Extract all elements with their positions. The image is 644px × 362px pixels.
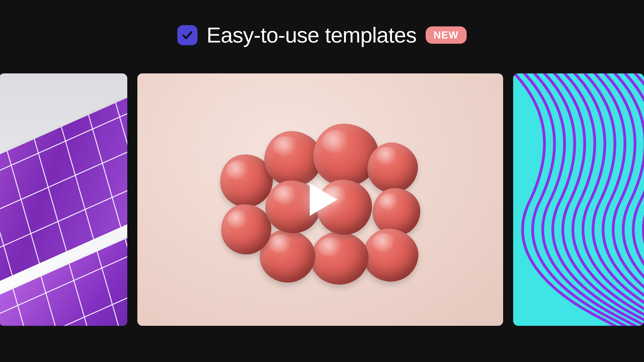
thumbnail-art bbox=[0, 73, 127, 326]
stage: Easy-to-use templates NEW bbox=[0, 0, 644, 362]
template-card-purple-tiles[interactable] bbox=[0, 73, 127, 326]
template-card-cyan-waves[interactable] bbox=[513, 73, 644, 326]
play-button[interactable] bbox=[293, 172, 348, 227]
play-icon bbox=[296, 176, 344, 223]
thumbnail-art bbox=[137, 73, 503, 326]
page-title: Easy-to-use templates bbox=[207, 23, 417, 48]
template-card-blob-play[interactable] bbox=[137, 73, 503, 326]
new-badge: NEW bbox=[426, 26, 467, 44]
template-carousel[interactable] bbox=[0, 73, 644, 326]
checkmark-icon bbox=[177, 25, 197, 45]
svg-marker-0 bbox=[310, 183, 337, 216]
thumbnail-art bbox=[513, 73, 644, 326]
header: Easy-to-use templates NEW bbox=[0, 23, 644, 48]
